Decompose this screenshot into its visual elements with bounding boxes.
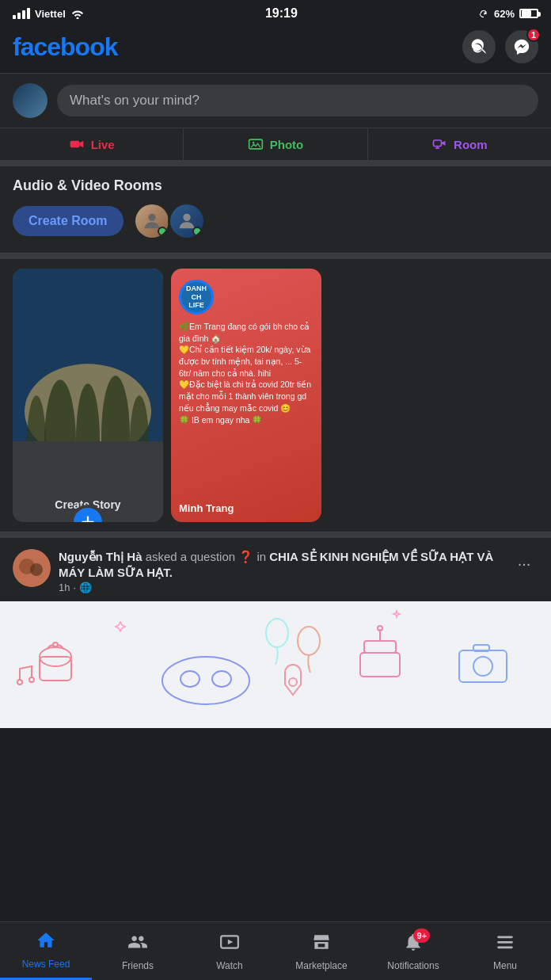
question-emoji: ❓ — [238, 550, 253, 563]
room-label: Room — [454, 138, 488, 151]
room-button[interactable]: Room — [368, 128, 551, 160]
rooms-section-title: Audio & Video Rooms — [0, 166, 551, 202]
story-text: 🌿Em Trang đang có gói bh cho cả gia đình… — [179, 321, 314, 496]
story-author-name: Minh Trang — [179, 502, 314, 514]
post-actions: Live Photo Room — [0, 128, 551, 166]
bell-icon: 9+ — [403, 932, 424, 957]
status-right: 62% — [478, 8, 538, 20]
svg-marker-33 — [228, 939, 234, 944]
friends-icon — [127, 932, 148, 957]
post-meta: Nguyễn Thị Hà asked a question ❓ in CHIA… — [59, 549, 502, 593]
story-illustration — [0, 601, 551, 728]
svg-point-8 — [148, 214, 155, 221]
privacy-icon: 🌐 — [79, 582, 92, 593]
photo-icon — [248, 136, 264, 152]
nav-notifications-label: Notifications — [387, 960, 439, 971]
svg-point-3 — [253, 142, 255, 144]
carrier-label: Viettel — [35, 8, 66, 20]
messenger-badge: 1 — [526, 28, 541, 42]
post-action-text: asked a question — [146, 550, 239, 563]
watch-icon — [219, 932, 240, 957]
signal-icon — [13, 8, 30, 19]
post-time: 1h — [59, 582, 70, 593]
nav-menu[interactable]: Menu — [459, 922, 551, 980]
marketplace-icon — [311, 932, 332, 957]
post-placeholder[interactable]: What's on your mind? — [57, 85, 538, 116]
room-icon — [431, 136, 447, 152]
post-subtitle: 1h · 🌐 — [59, 582, 502, 593]
minh-trang-story[interactable]: DANHCHLIFE 🌿Em Trang đang có gói bh cho … — [171, 269, 321, 522]
online-indicator-2 — [192, 227, 202, 236]
dot-separator: · — [73, 582, 76, 593]
post-box: What's on your mind? — [0, 73, 551, 128]
photo-button[interactable]: Photo — [184, 128, 367, 160]
photo-label: Photo — [270, 138, 304, 151]
rooms-row: Create Room — [13, 202, 538, 240]
author-name: Nguyễn Thị Hà — [59, 550, 142, 563]
rooms-section: Create Room — [0, 202, 551, 259]
svg-point-12 — [30, 563, 43, 576]
search-button[interactable] — [462, 30, 496, 63]
nav-watch[interactable]: Watch — [184, 922, 276, 980]
status-bar: Viettel 19:19 62% — [0, 0, 551, 24]
svg-rect-34 — [497, 936, 513, 938]
battery-icon — [519, 9, 538, 18]
create-story-card[interactable]: Create Story — [13, 269, 163, 522]
time-label: 19:19 — [265, 6, 298, 21]
live-icon — [69, 136, 85, 152]
svg-rect-36 — [497, 946, 513, 948]
svg-rect-0 — [70, 141, 79, 147]
wifi-icon — [70, 8, 85, 19]
app-header: facebook 1 — [0, 24, 551, 73]
room-user-1[interactable] — [133, 202, 171, 240]
nav-news-feed[interactable]: News Feed — [0, 922, 92, 980]
nav-notifications[interactable]: 9+ Notifications — [367, 922, 459, 980]
header-icons: 1 — [462, 30, 538, 63]
svg-marker-1 — [79, 141, 83, 147]
live-label: Live — [91, 138, 115, 151]
nav-marketplace-label: Marketplace — [295, 960, 347, 971]
room-user-2[interactable] — [168, 202, 206, 240]
create-room-button[interactable]: Create Room — [13, 206, 124, 236]
nav-friends-label: Friends — [122, 960, 154, 971]
user-avatar — [13, 83, 48, 118]
live-button[interactable]: Live — [0, 128, 184, 160]
feed-post: Nguyễn Thị Hà asked a question ❓ in CHIA… — [0, 538, 551, 601]
post-author-text: Nguyễn Thị Hà asked a question ❓ in CHIA… — [59, 549, 502, 580]
nav-watch-label: Watch — [216, 960, 243, 971]
messenger-icon — [513, 38, 530, 55]
menu-icon — [495, 932, 515, 957]
facebook-logo: facebook — [13, 32, 117, 62]
svg-point-9 — [183, 214, 190, 221]
room-avatar-stack — [133, 202, 206, 240]
bottom-nav: News Feed Friends Watch Marketplace — [0, 921, 551, 980]
nav-marketplace[interactable]: Marketplace — [276, 922, 367, 980]
svg-rect-4 — [434, 140, 442, 147]
rotation-lock-icon — [478, 8, 489, 19]
search-icon — [470, 38, 488, 55]
svg-rect-35 — [497, 940, 513, 943]
home-icon — [36, 930, 56, 955]
nav-friends[interactable]: Friends — [92, 922, 184, 980]
messenger-button[interactable]: 1 — [505, 30, 538, 63]
status-left: Viettel — [13, 8, 85, 20]
story-avatar: DANHCHLIFE — [179, 280, 214, 315]
nav-menu-label: Menu — [493, 960, 517, 971]
post-more-button[interactable]: ··· — [510, 549, 538, 578]
battery-label: 62% — [494, 8, 515, 20]
online-indicator — [158, 227, 167, 236]
story-content: DANHCHLIFE 🌿Em Trang đang có gói bh cho … — [171, 269, 321, 522]
post-header: Nguyễn Thị Hà asked a question ❓ in CHIA… — [0, 538, 551, 601]
nav-news-feed-label: News Feed — [22, 959, 70, 970]
illustration-svg — [0, 601, 551, 728]
stories-section: Create Story DANHCHLIFE 🌿Em Trang đang c… — [0, 259, 551, 538]
notifications-badge: 9+ — [413, 929, 430, 943]
story-bg-image — [13, 269, 163, 441]
post-author-avatar — [13, 549, 51, 587]
